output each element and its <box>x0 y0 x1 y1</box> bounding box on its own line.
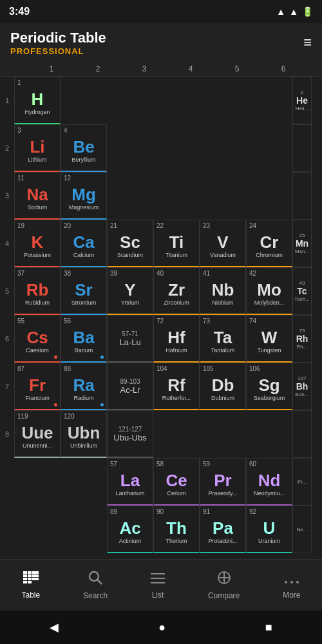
table-row-1: 11HHydrogen2HeHeli... <box>0 77 322 124</box>
table-row-5: 537RbRubidium38SrStrontium39YYttrium40Zr… <box>0 267 322 315</box>
nav-item-compare[interactable]: Compare <box>208 571 240 600</box>
overflow-indicator <box>292 124 312 172</box>
element-cell-pr[interactable]: 59PrPraseody... <box>200 458 246 506</box>
app-title: Periodic Table <box>10 30 106 46</box>
table-row-3: 311NaSodium12MgMagnesium <box>0 172 322 220</box>
empty-cell <box>153 77 200 124</box>
element-cell-ta[interactable]: 73TaTantalum <box>200 315 246 363</box>
back-button[interactable]: ◀ <box>50 620 59 634</box>
svg-rect-6 <box>23 578 27 580</box>
recent-button[interactable]: ■ <box>265 621 272 634</box>
empty-cell <box>200 410 246 458</box>
element-cell-uue[interactable]: 119UueUnunenni... <box>14 410 61 458</box>
nav-item-more[interactable]: More <box>283 571 300 600</box>
row-label: 4 <box>0 220 14 267</box>
svg-rect-3 <box>23 574 27 577</box>
element-cell-th[interactable]: 90ThThorium <box>153 506 200 553</box>
element-cell-nb[interactable]: 41NbNiobium <box>200 267 246 315</box>
actinide-label <box>0 506 14 553</box>
table-area: 1 2 3 4 5 6 11HHydrogen2HeHeli...23LiLit… <box>0 62 322 559</box>
table-row-4: 419KPotassium20CaCalcium21ScScandium22Ti… <box>0 220 322 267</box>
row-label: 3 <box>0 172 14 220</box>
element-cell-sr[interactable]: 38SrStrontium <box>61 267 107 315</box>
element-cell-w[interactable]: 74WTungsten <box>246 315 292 363</box>
element-cell-mo[interactable]: 42MoMolybden... <box>246 267 292 315</box>
element-cell-mg[interactable]: 12MgMagnesium <box>61 172 107 220</box>
wifi-icon: ▲ <box>276 6 285 17</box>
row-label: 1 <box>0 77 14 124</box>
status-bar: 3:49 ▲ ▲ 🔋 <box>0 0 322 23</box>
element-cell-ubn[interactable]: 120UbnUnbinilium <box>61 410 107 458</box>
svg-rect-1 <box>28 571 32 574</box>
svg-point-19 <box>285 581 287 583</box>
svg-point-20 <box>290 581 293 583</box>
element-cell-sc[interactable]: 21ScScandium <box>107 220 153 267</box>
element-cell-u[interactable]: 92UUranium <box>246 506 292 553</box>
svg-rect-2 <box>32 571 39 574</box>
element-cell-ac[interactable]: 89AcActinium <box>107 506 153 553</box>
bottom-navigation: Table Search List Compare More <box>0 559 322 611</box>
svg-rect-9 <box>23 581 27 583</box>
actinide-row: 89AcActinium90ThThorium91PaProtactini...… <box>0 506 322 553</box>
col-2: 2 <box>75 62 121 76</box>
nav-label-list: List <box>152 591 164 600</box>
element-cell-ba[interactable]: 56BaBarium <box>61 315 107 363</box>
element-cell-h[interactable]: 1HHydrogen <box>14 77 61 124</box>
element-cell-rb[interactable]: 37RbRubidium <box>14 267 61 315</box>
nav-icon-table <box>23 571 39 588</box>
overflow-indicator: 107BhBoh... <box>292 363 312 410</box>
nav-label-more: More <box>283 591 300 600</box>
nav-item-list[interactable]: List <box>151 571 165 600</box>
element-cell-cs[interactable]: 55CsCaesium <box>14 315 61 363</box>
element-cell-y[interactable]: 39YYttrium <box>107 267 153 315</box>
periodic-table: 11HHydrogen2HeHeli...23LiLithium4BeBeryl… <box>0 77 322 553</box>
element-cell-ce[interactable]: 58CeCerium <box>153 458 200 506</box>
element-cell-db[interactable]: 105DbDubnium <box>200 363 246 410</box>
multi-cell[interactable]: 57-71La-Lu <box>107 315 153 363</box>
element-cell-fr[interactable]: 87FrFrancium <box>14 363 61 410</box>
element-cell-cr[interactable]: 24CrChromium <box>246 220 292 267</box>
signal-icon: ▲ <box>289 6 298 17</box>
overflow-indicator: 25MnMan... <box>292 220 312 267</box>
table-row-6: 655CsCaesium56BaBarium57-71La-Lu72HfHafn… <box>0 315 322 363</box>
table-row-2: 23LiLithium4BeBeryllium <box>0 124 322 172</box>
element-cell-v[interactable]: 23VVanadium <box>200 220 246 267</box>
multi-cell[interactable]: 89-103Ac-Lr <box>107 363 153 410</box>
multi-cell[interactable]: 121-127Ubu-Ubs <box>107 410 153 458</box>
svg-rect-7 <box>28 578 32 580</box>
element-cell-pa[interactable]: 91PaProtactini... <box>200 506 246 553</box>
empty-cell <box>153 410 200 458</box>
actinide-overflow: Ne... <box>292 506 312 553</box>
element-cell-rf[interactable]: 104RfRutherfor... <box>153 363 200 410</box>
element-cell-la[interactable]: 57LaLanthanum <box>107 458 153 506</box>
svg-point-11 <box>90 572 99 581</box>
filter-icon[interactable]: ≡ <box>303 34 312 51</box>
home-button[interactable]: ● <box>158 621 166 634</box>
col-4: 4 <box>167 62 214 76</box>
svg-line-12 <box>97 580 102 584</box>
element-cell-li[interactable]: 3LiLithium <box>14 124 61 172</box>
element-cell-ti[interactable]: 22TiTitanium <box>153 220 200 267</box>
empty-cell <box>200 124 246 172</box>
element-cell-ra[interactable]: 88RaRadium <box>61 363 107 410</box>
element-cell-ca[interactable]: 20CaCalcium <box>61 220 107 267</box>
nav-item-table[interactable]: Table <box>21 571 40 600</box>
app-subtitle: PROFESSIONAL <box>10 46 106 56</box>
overflow-indicator: 2HeHeli... <box>292 77 312 124</box>
element-cell-nd[interactable]: 60NdNeodymiu... <box>246 458 292 506</box>
nav-item-search[interactable]: Search <box>83 571 108 600</box>
element-cell-zr[interactable]: 40ZrZirconium <box>153 267 200 315</box>
nav-icon-search <box>88 571 102 589</box>
svg-rect-10 <box>28 581 32 583</box>
svg-rect-5 <box>32 574 39 577</box>
col-5: 5 <box>214 62 260 76</box>
col-6: 6 <box>260 62 307 76</box>
element-cell-sg[interactable]: 106SgSeaborgium <box>246 363 292 410</box>
element-cell-be[interactable]: 4BeBeryllium <box>61 124 107 172</box>
col-1: 1 <box>28 62 75 76</box>
lanthanide-row: 57LaLanthanum58CeCerium59PrPraseody...60… <box>0 458 322 506</box>
app-header: Periodic Table PROFESSIONAL ≡ <box>0 23 322 62</box>
element-cell-k[interactable]: 19KPotassium <box>14 220 61 267</box>
element-cell-na[interactable]: 11NaSodium <box>14 172 61 220</box>
element-cell-hf[interactable]: 72HfHafnium <box>153 315 200 363</box>
